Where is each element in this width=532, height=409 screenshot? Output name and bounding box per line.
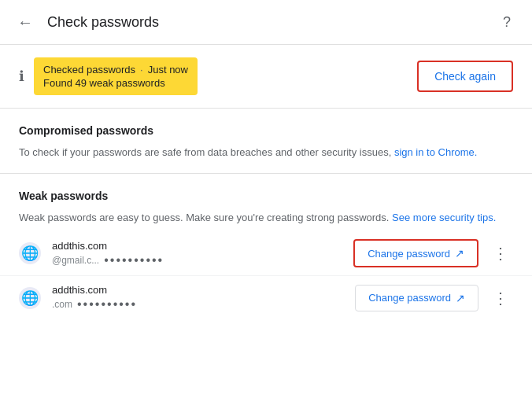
- change-password-button[interactable]: Change password ↗: [355, 285, 478, 311]
- help-button[interactable]: ?: [494, 9, 519, 35]
- item-actions: Change password ↗ ⋮: [355, 285, 513, 311]
- weak-desc: Weak passwords are easy to guess. Make s…: [19, 210, 513, 226]
- change-password-label: Change password: [368, 248, 450, 260]
- password-list: 🌐 addthis.com @gmail.c... •••••••••• Cha…: [0, 225, 532, 326]
- site-info: addthis.com @gmail.c... ••••••••••: [52, 240, 353, 267]
- change-password-label: Change password: [368, 292, 451, 304]
- separator: ·: [140, 64, 143, 76]
- weak-section: Weak passwords Weak passwords are easy t…: [0, 174, 532, 226]
- weak-desc-pre: Weak passwords are easy to guess. Make s…: [19, 212, 392, 223]
- status-badge: Checked passwords · Just now Found 49 we…: [34, 57, 198, 95]
- email-label: .com: [52, 299, 72, 310]
- security-tips-link[interactable]: See more security tips.: [392, 212, 496, 223]
- external-link-icon: ↗: [456, 292, 465, 304]
- info-icon: ℹ: [19, 68, 24, 85]
- site-globe-icon: 🌐: [19, 287, 41, 309]
- compromised-title: Compromised passwords: [19, 124, 513, 137]
- site-name: addthis.com: [52, 284, 355, 296]
- header-left: ← Check passwords: [13, 9, 159, 35]
- page-title: Check passwords: [47, 14, 159, 31]
- table-row: 🌐 addthis.com @gmail.c... •••••••••• Cha…: [0, 231, 532, 276]
- status-badge-title: Checked passwords · Just now: [43, 64, 188, 76]
- password-dots: ••••••••••: [104, 253, 164, 267]
- status-section: ℹ Checked passwords · Just now Found 49 …: [0, 45, 532, 109]
- table-row: 🌐 addthis.com .com •••••••••• Change pas…: [0, 276, 532, 319]
- sign-in-link[interactable]: sign in to Chrome.: [394, 146, 478, 158]
- checked-passwords-label: Checked passwords: [43, 64, 135, 76]
- compromised-desc-pre: To check if your passwords are safe from…: [19, 146, 394, 158]
- status-left: ℹ Checked passwords · Just now Found 49 …: [19, 57, 198, 95]
- site-info: addthis.com .com ••••••••••: [52, 284, 355, 311]
- site-name: addthis.com: [52, 240, 353, 252]
- status-badge-subtitle: Found 49 weak passwords: [43, 77, 188, 89]
- change-password-button[interactable]: Change password ↗: [353, 239, 478, 267]
- compromised-section: Compromised passwords To check if your p…: [0, 109, 532, 174]
- item-actions: Change password ↗ ⋮: [353, 239, 513, 267]
- site-user: @gmail.c... ••••••••••: [52, 253, 353, 267]
- site-globe-icon: 🌐: [19, 242, 41, 264]
- check-again-button[interactable]: Check again: [417, 61, 513, 92]
- password-dots: ••••••••••: [77, 297, 137, 311]
- more-options-button[interactable]: ⋮: [488, 286, 513, 311]
- more-options-button[interactable]: ⋮: [488, 241, 513, 266]
- external-link-icon: ↗: [455, 247, 464, 260]
- email-label: @gmail.c...: [52, 255, 99, 266]
- back-button[interactable]: ←: [13, 9, 38, 35]
- header: ← Check passwords ?: [0, 0, 532, 45]
- timestamp-label: Just now: [148, 64, 188, 76]
- compromised-desc: To check if your passwords are safe from…: [19, 145, 513, 160]
- site-user: .com ••••••••••: [52, 297, 355, 311]
- weak-title: Weak passwords: [19, 190, 513, 202]
